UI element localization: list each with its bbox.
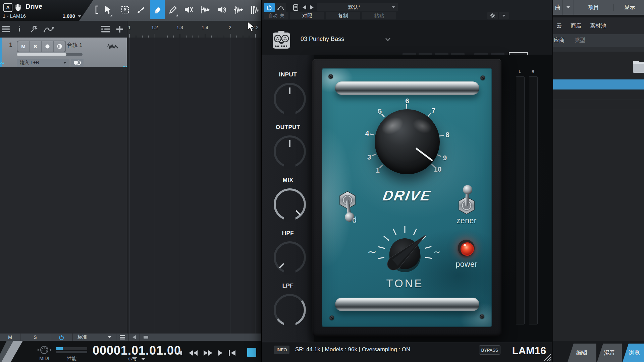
meter-right-label: R bbox=[529, 69, 537, 74]
subtab-cloud[interactable]: 云 bbox=[556, 22, 562, 29]
paste-button[interactable]: 粘贴 bbox=[362, 12, 396, 19]
tracklist-divider[interactable] bbox=[127, 21, 127, 334]
tab-show[interactable]: 显示 bbox=[613, 4, 644, 11]
footer-prev-icon[interactable] bbox=[129, 334, 140, 341]
track-record-button[interactable] bbox=[42, 41, 54, 52]
mute-tool-icon[interactable] bbox=[183, 4, 194, 15]
filter-type[interactable]: 类型 bbox=[575, 37, 585, 44]
subtab-shop[interactable]: 商店 bbox=[571, 22, 581, 29]
filter-vendor[interactable]: 应商 bbox=[554, 37, 565, 44]
plugin-preset-bar: 03 Punchy Bass < > + − A B AG bbox=[262, 20, 552, 55]
time-mode-select[interactable]: 小节 bbox=[127, 356, 137, 362]
track-row[interactable]: 1 M S 音轨 1 输入 L+R bbox=[0, 38, 127, 67]
preset-name-select[interactable]: 默认* bbox=[317, 3, 398, 11]
play-button[interactable] bbox=[216, 349, 225, 357]
editor-instance: 1 - LAM16 bbox=[3, 13, 26, 19]
input-knob[interactable] bbox=[274, 83, 306, 115]
footer-marker-icon[interactable] bbox=[140, 334, 152, 341]
screw-icon bbox=[329, 315, 334, 320]
arrow-tool-variant-icon[interactable] bbox=[110, 14, 112, 16]
preset-next-icon[interactable] bbox=[309, 4, 315, 11]
song-tab-caret-icon[interactable] bbox=[562, 0, 574, 15]
copy-button[interactable]: 复制 bbox=[326, 12, 360, 19]
automation-mode-button[interactable]: 自动: 关 bbox=[264, 12, 288, 19]
footer-power-button[interactable] bbox=[50, 334, 73, 341]
track-stereo-button[interactable] bbox=[71, 59, 84, 67]
rewind-button[interactable] bbox=[186, 349, 200, 357]
bend-tool-icon[interactable] bbox=[200, 4, 210, 15]
footer-mute-button[interactable]: M bbox=[0, 334, 20, 341]
step-back-button[interactable] bbox=[176, 349, 184, 357]
track-input-caret-icon bbox=[63, 62, 66, 64]
resize-grip-icon[interactable] bbox=[543, 354, 551, 362]
track-monitor-button[interactable] bbox=[54, 41, 65, 52]
range-tool-icon[interactable] bbox=[120, 4, 130, 15]
browser-selected-row[interactable] bbox=[553, 79, 644, 89]
hand-icon[interactable] bbox=[14, 3, 22, 11]
mix-knob[interactable] bbox=[274, 188, 306, 221]
track-input-select[interactable]: 输入 L+R bbox=[17, 59, 69, 67]
footer-mode-select[interactable]: 标准 bbox=[73, 334, 116, 341]
plugin-power-button[interactable] bbox=[264, 3, 275, 12]
info-button[interactable]: INFO bbox=[274, 346, 289, 354]
preset-prev-icon[interactable] bbox=[301, 4, 307, 11]
hpf-knob-label: HPF bbox=[262, 230, 314, 237]
lpf-knob[interactable] bbox=[274, 294, 306, 326]
timeline-ruler[interactable]: 11.21.31.422.2 bbox=[127, 21, 261, 38]
plugin-body: INPUT OUTPUT MIX HPF LPF bbox=[262, 55, 552, 342]
track-mute-button[interactable]: M bbox=[17, 41, 30, 52]
time-mode-caret-icon[interactable] bbox=[142, 358, 145, 360]
plugin-status-text: SR: 44.1k | Models : 96k | Oversampling … bbox=[295, 346, 476, 353]
footer-list-icon[interactable] bbox=[116, 334, 129, 341]
tab-project[interactable]: 项目 bbox=[574, 4, 613, 11]
subtab-pool[interactable]: 素材池 bbox=[590, 22, 606, 29]
plugin-preset-chevron-icon[interactable] bbox=[385, 38, 391, 41]
compare-button[interactable]: 对照 bbox=[290, 12, 324, 19]
screw-icon bbox=[480, 314, 484, 319]
automation-icon[interactable] bbox=[44, 25, 54, 34]
arrange-area[interactable] bbox=[127, 38, 261, 334]
fast-forward-button[interactable] bbox=[201, 349, 215, 357]
bracket-tool-icon[interactable] bbox=[92, 4, 102, 15]
track-list-menu-icon[interactable] bbox=[1, 25, 10, 34]
eraser-tool-icon[interactable] bbox=[152, 4, 163, 15]
zoom-caret-icon[interactable] bbox=[78, 15, 81, 17]
listen-tool-icon[interactable] bbox=[216, 4, 227, 15]
mouse-cursor bbox=[247, 21, 256, 33]
stop-button[interactable] bbox=[247, 348, 256, 357]
track-volume-slider[interactable] bbox=[17, 53, 83, 56]
editor-title: Drive bbox=[25, 3, 42, 10]
track-name[interactable]: 音轨 1 bbox=[67, 42, 101, 49]
plugin-preset-name[interactable]: 03 Punchy Bass bbox=[301, 36, 374, 43]
timestretch-tool-icon[interactable] bbox=[233, 4, 244, 15]
split-tool-icon[interactable] bbox=[136, 4, 146, 15]
tools-wrench-icon[interactable] bbox=[30, 25, 38, 34]
pedal-handle-bottom bbox=[335, 298, 479, 311]
gear-icon[interactable] bbox=[487, 12, 498, 19]
bypass-button[interactable]: BYPASS bbox=[479, 345, 500, 355]
performance-meter bbox=[56, 347, 87, 350]
inspector-icon[interactable]: i bbox=[16, 25, 23, 34]
hpf-knob[interactable] bbox=[274, 241, 306, 274]
folder-icon[interactable] bbox=[632, 59, 644, 73]
paint-tool-variant-icon[interactable] bbox=[176, 14, 178, 16]
tab-song[interactable]: 曲 bbox=[553, 4, 562, 11]
arrow-tool-icon[interactable] bbox=[102, 4, 113, 15]
paint-tool-icon[interactable] bbox=[168, 4, 178, 15]
plugin-header: 默认* 自动: 关 对照 复制 粘贴 bbox=[262, 0, 552, 20]
footer-solo-button[interactable]: S bbox=[20, 334, 50, 341]
track-waveform-icon[interactable] bbox=[107, 43, 119, 50]
zoom-level[interactable]: 1.000 bbox=[54, 13, 75, 19]
track-volume-fill bbox=[17, 53, 66, 56]
return-to-start-button[interactable] bbox=[227, 349, 237, 357]
preset-file-icon[interactable] bbox=[291, 3, 300, 12]
time-display[interactable]: 00001.01.01.00 bbox=[90, 344, 184, 358]
plugin-bypass-curve-icon[interactable] bbox=[275, 3, 286, 12]
plugin-menu-caret-icon[interactable] bbox=[499, 12, 509, 19]
track-solo-button[interactable]: S bbox=[30, 41, 42, 52]
multitool-icon[interactable] bbox=[249, 4, 260, 15]
arranger-icon[interactable]: A bbox=[3, 3, 12, 12]
layers-icon[interactable] bbox=[101, 25, 111, 34]
output-knob[interactable] bbox=[274, 135, 306, 168]
ruler-label: 2 bbox=[223, 25, 237, 30]
